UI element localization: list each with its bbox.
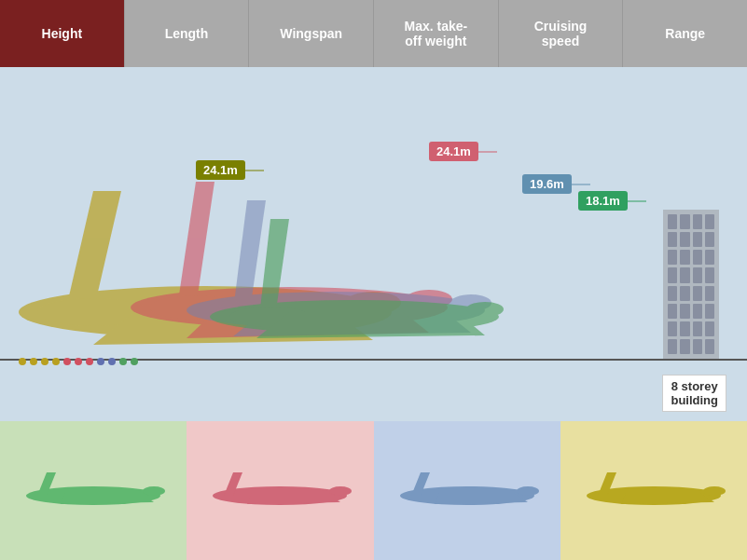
dot-yellow3: [41, 358, 48, 365]
tab-length[interactable]: Length: [125, 0, 250, 67]
planes-svg: [0, 98, 671, 359]
svg-marker-22: [61, 493, 154, 504]
legend-area: [0, 421, 747, 560]
svg-marker-18: [256, 312, 485, 338]
plane-icon-blue: [393, 463, 542, 519]
dot-yellow2: [30, 358, 37, 365]
height-label-green: 18.1m: [578, 191, 628, 211]
legend-red: [187, 421, 373, 560]
svg-marker-30: [435, 493, 528, 504]
dot-red: [63, 358, 71, 365]
svg-point-31: [517, 486, 539, 496]
plane-icon-yellow: [579, 463, 728, 519]
tab-height[interactable]: Height: [0, 0, 125, 67]
dot-red3: [86, 358, 93, 365]
dot-red2: [75, 358, 82, 365]
tab-wingspan[interactable]: Wingspan: [249, 0, 374, 67]
svg-marker-34: [621, 493, 714, 504]
svg-point-19: [466, 302, 504, 317]
building-silhouette: [663, 210, 719, 359]
visualization-area: 24.1m 24.1m 19.6m 18.1m: [0, 67, 747, 421]
tab-range[interactable]: Range: [623, 0, 747, 67]
plane-icon-red: [205, 463, 354, 519]
dot-green2: [131, 358, 138, 365]
plane-dots: [19, 358, 138, 365]
dot-yellow4: [52, 358, 60, 365]
legend-green: [0, 421, 187, 560]
legend-yellow: [560, 421, 747, 560]
svg-point-35: [703, 486, 726, 496]
height-label-red: 24.1m: [429, 142, 478, 161]
height-label-blue: 19.6m: [522, 174, 572, 194]
legend-blue: [374, 421, 560, 560]
dot-yellow: [19, 358, 26, 365]
building-label: 8 storeybuilding: [662, 375, 726, 412]
dot-blue: [97, 358, 104, 365]
svg-point-23: [143, 486, 165, 496]
svg-point-27: [329, 486, 352, 496]
height-label-yellow: 24.1m: [196, 160, 245, 180]
tab-takeoff[interactable]: Max. take-off weight: [374, 0, 499, 67]
dot-green: [119, 358, 127, 365]
tab-cruising[interactable]: Cruisingspeed: [499, 0, 624, 67]
svg-marker-26: [247, 493, 340, 504]
tab-bar: Height Length Wingspan Max. take-off wei…: [0, 0, 747, 67]
dot-blue2: [108, 358, 116, 365]
plane-icon-green: [19, 463, 168, 519]
